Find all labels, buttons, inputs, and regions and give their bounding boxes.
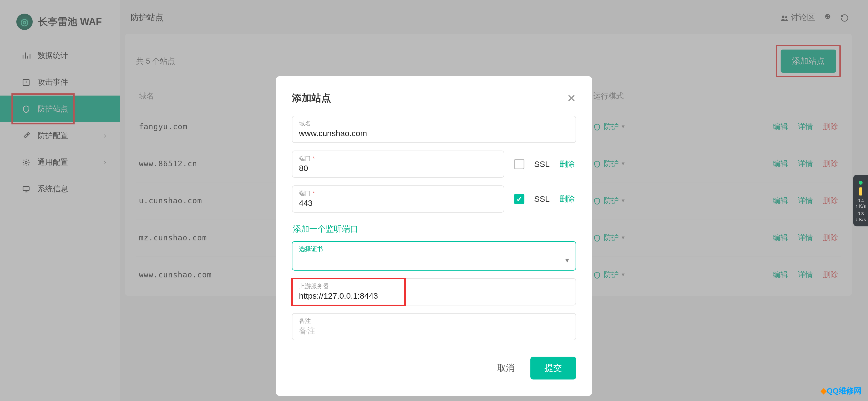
close-icon[interactable]: ✕ xyxy=(567,92,576,104)
port-field[interactable]: 端口 * xyxy=(292,185,504,213)
status-bar-icon xyxy=(859,187,862,195)
status-dot-icon xyxy=(859,181,863,185)
domain-field[interactable]: 域名 xyxy=(292,116,576,143)
add-port-link[interactable]: 添加一个监听端口 xyxy=(293,223,358,235)
domain-input[interactable] xyxy=(299,129,569,138)
field-label: 端口 * xyxy=(299,189,497,197)
field-label: 端口 * xyxy=(299,154,497,162)
port-input[interactable] xyxy=(299,198,497,208)
modal-title: 添加站点 xyxy=(292,91,331,105)
watermark: ◆QQ维修网 xyxy=(820,386,862,396)
delete-port-link[interactable]: 删除 xyxy=(560,159,575,169)
upstream-input[interactable] xyxy=(299,291,569,301)
ssl-label: SSL xyxy=(534,194,550,204)
submit-button[interactable]: 提交 xyxy=(530,357,576,379)
field-label: 备注 xyxy=(299,317,569,325)
port-input[interactable] xyxy=(299,164,497,173)
upstream-field[interactable]: 上游服务器 xyxy=(292,278,576,305)
delete-port-link[interactable]: 删除 xyxy=(560,194,575,204)
download-speed: 0.3↓ K/s xyxy=(853,212,868,223)
ssl-checkbox[interactable]: ✓ xyxy=(514,194,524,204)
field-label: 域名 xyxy=(299,120,569,128)
chevron-down-icon: ▾ xyxy=(565,256,569,265)
cancel-button[interactable]: 取消 xyxy=(494,357,517,379)
remark-input[interactable] xyxy=(299,326,569,335)
field-label: 选择证书 xyxy=(299,245,569,253)
field-label: 上游服务器 xyxy=(299,282,569,290)
remark-field[interactable]: 备注 xyxy=(292,313,576,340)
port-field[interactable]: 端口 * xyxy=(292,151,504,178)
ssl-checkbox[interactable] xyxy=(514,159,524,169)
modal-overlay[interactable]: 添加站点 ✕ 域名 端口 * SSL 删除 端口 * ✓ SSL 删除 添加一 xyxy=(0,0,868,401)
ssl-label: SSL xyxy=(534,159,550,169)
upload-speed: 0.4↑ K/s xyxy=(853,198,868,209)
add-site-modal: 添加站点 ✕ 域名 端口 * SSL 删除 端口 * ✓ SSL 删除 添加一 xyxy=(276,76,592,396)
network-speed-widget: 0.4↑ K/s 0.3↓ K/s xyxy=(853,175,868,226)
cert-select-field[interactable]: 选择证书 ▾ xyxy=(292,241,576,271)
